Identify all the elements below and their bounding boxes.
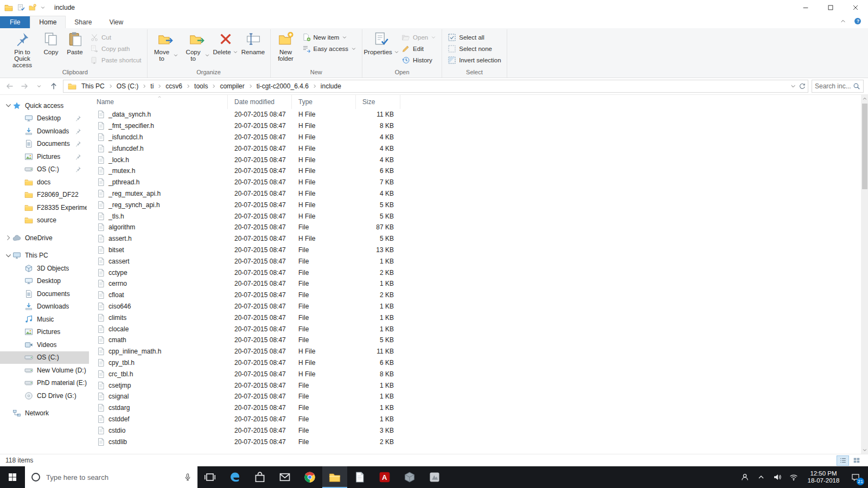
delete-button[interactable]: Delete [213, 29, 239, 68]
file-row-cstdarg[interactable]: cstdarg20-07-2015 08:47File1 KB [91, 402, 861, 414]
file-row-tls-h[interactable]: _tls.h20-07-2015 08:47H File5 KB [91, 210, 861, 222]
sidebar-item-source[interactable]: source [0, 214, 89, 227]
rename-button[interactable]: Rename [239, 29, 268, 68]
sidebar-item-os-c[interactable]: OS (C:) [0, 351, 89, 364]
taskbar-app-chrome[interactable] [297, 466, 322, 488]
tray-volume-button[interactable] [769, 466, 786, 488]
file-row-csignal[interactable]: csignal20-07-2015 08:47File1 KB [91, 391, 861, 402]
scroll-up-button[interactable] [861, 95, 868, 102]
taskbar-clock[interactable]: 12:50 PM 18-07-2018 [803, 470, 844, 484]
paste-shortcut-button[interactable]: Paste shortcut [87, 54, 145, 66]
tray-hidden-icons-button[interactable] [753, 466, 769, 488]
file-row-ciso646[interactable]: ciso64620-07-2015 08:47File1 KB [91, 301, 861, 312]
sidebar-item-downloads[interactable]: Downloads [0, 125, 89, 138]
qat-customize-chevron-icon[interactable] [40, 5, 46, 10]
file-row-assert-h[interactable]: assert.h20-07-2015 08:47H File5 KB [91, 233, 861, 245]
file-row-lock-h[interactable]: _lock.h20-07-2015 08:47H File4 KB [91, 154, 861, 165]
taskbar-app-file-explorer[interactable] [322, 466, 347, 488]
invert-selection-button[interactable]: Invert selection [444, 54, 504, 66]
refresh-icon[interactable] [799, 82, 806, 90]
file-row-cmath[interactable]: cmath20-07-2015 08:47File5 KB [91, 335, 861, 346]
maximize-button[interactable] [818, 0, 843, 15]
sidebar-item-os-c[interactable]: OS (C:) [0, 163, 89, 176]
address-field[interactable]: This PCOS (C:)ticcsv6toolscompilerti-cgt… [63, 80, 808, 93]
file-row-crc-tbl-h[interactable]: crc_tbl.h20-07-2015 08:47H File8 KB [91, 368, 861, 380]
tray-people-button[interactable] [737, 466, 753, 488]
sidebar-item-pictures[interactable]: Pictures [0, 150, 89, 163]
sidebar-item-f28069-df22[interactable]: F28069_DF22 [0, 189, 89, 202]
file-row-cstdlib[interactable]: cstdlib20-07-2015 08:47File2 KB [91, 436, 861, 447]
column-header-type[interactable]: Type [292, 95, 356, 109]
chevron-down-icon[interactable] [4, 252, 12, 259]
history-button[interactable]: History [398, 54, 439, 66]
taskbar-app-task-view[interactable] [197, 466, 222, 488]
qat-new-folder-icon[interactable] [29, 4, 36, 11]
tray-network-button[interactable] [786, 466, 802, 488]
sidebar-item-music[interactable]: Music [0, 313, 89, 326]
qat-properties-icon[interactable] [17, 4, 25, 11]
sidebar-item-cd-drive-g[interactable]: CD Drive (G:) [0, 389, 89, 402]
forward-button[interactable] [17, 80, 31, 93]
breadcrumb-item-ti[interactable]: ti [148, 82, 156, 90]
tab-share[interactable]: Share [66, 16, 100, 28]
taskbar-app-gray-app[interactable] [422, 466, 447, 488]
new-item-button[interactable]: New item [299, 31, 360, 43]
scrollbar-track[interactable] [861, 102, 868, 446]
file-row-cpp-inline-math-h[interactable]: cpp_inline_math.h20-07-2015 08:47H File1… [91, 346, 861, 357]
sidebar-item-docs[interactable]: docs [0, 176, 89, 189]
pin-to-quick-access-button[interactable]: Pin to Quick access [5, 29, 39, 68]
sidebar-item-onedrive[interactable]: OneDrive [0, 232, 89, 245]
file-row-cctype[interactable]: cctype20-07-2015 08:47File2 KB [91, 267, 861, 278]
sidebar-item-this-pc[interactable]: This PC [0, 249, 89, 262]
breadcrumb-item-ccsv6[interactable]: ccsv6 [163, 82, 185, 90]
properties-button[interactable]: Properties [365, 29, 398, 68]
new-folder-button[interactable]: New folder [273, 29, 299, 68]
file-row-reg-synch-api-h[interactable]: _reg_synch_api.h20-07-2015 08:47H File5 … [91, 199, 861, 210]
file-row-isfuncdef-h[interactable]: _isfuncdef.h20-07-2015 08:47H File4 KB [91, 143, 861, 154]
scroll-down-button[interactable] [861, 446, 868, 454]
minimize-button[interactable] [793, 0, 818, 15]
file-row-cassert[interactable]: cassert20-07-2015 08:47File1 KB [91, 255, 861, 267]
file-row-algorithm[interactable]: algorithm20-07-2015 08:47File87 KB [91, 222, 861, 233]
column-header-size[interactable]: Size [356, 95, 400, 109]
taskbar-app-acrobat[interactable]: A [372, 466, 397, 488]
file-row-cerrno[interactable]: cerrno20-07-2015 08:47File1 KB [91, 278, 861, 290]
address-dropdown-icon[interactable] [790, 83, 796, 89]
sidebar-item-documents[interactable]: Documents [0, 287, 89, 300]
select-none-button[interactable]: Select none [444, 43, 504, 54]
chevron-down-icon[interactable] [4, 102, 12, 110]
search-box[interactable] [812, 80, 864, 93]
scrollbar-thumb[interactable] [862, 104, 867, 189]
copy-to-button[interactable]: Copy to [181, 29, 213, 68]
file-row-fmt-specifier-h[interactable]: _fmt_specifier.h20-07-2015 08:47H File8 … [91, 120, 861, 132]
sidebar-item-3d-objects[interactable]: 3D Objects [0, 262, 89, 275]
search-input[interactable] [815, 82, 853, 90]
tab-file[interactable]: File [0, 16, 30, 28]
paste-button[interactable]: Paste [63, 29, 87, 68]
help-icon[interactable]: ? [854, 17, 861, 25]
sidebar-item-phd-material-e[interactable]: PhD material (E:) [0, 377, 89, 390]
sidebar-item-documents[interactable]: Documents [0, 138, 89, 151]
file-row-reg-mutex-api-h[interactable]: _reg_mutex_api.h20-07-2015 08:47H File4 … [91, 188, 861, 200]
select-all-button[interactable]: Select all [444, 31, 504, 43]
ribbon-collapse-icon[interactable] [840, 18, 846, 24]
breadcrumb-item-os-c[interactable]: OS (C:) [114, 82, 142, 90]
cut-button[interactable]: Cut [87, 31, 145, 43]
copy-path-button[interactable]: Copy path [87, 43, 145, 54]
sidebar-item-new-volume-d[interactable]: New Volume (D:) [0, 364, 89, 377]
breadcrumb-item-this-pc[interactable]: This PC [79, 82, 107, 90]
file-row-data-synch-h[interactable]: _data_synch.h20-07-2015 08:47H File11 KB [91, 109, 861, 120]
breadcrumb-item-tools[interactable]: tools [192, 82, 210, 90]
tab-view[interactable]: View [100, 16, 132, 28]
taskbar-app-edge[interactable] [222, 466, 247, 488]
breadcrumb-item-ti-cgt-c2000-6-4-6[interactable]: ti-cgt-c2000_6.4.6 [254, 82, 311, 90]
taskbar-search[interactable]: Type here to search [25, 466, 197, 488]
sidebar-item-desktop[interactable]: Desktop [0, 275, 89, 288]
file-row-clocale[interactable]: clocale20-07-2015 08:47File1 KB [91, 323, 861, 335]
start-button[interactable] [0, 466, 25, 488]
taskbar-app-document-app[interactable] [347, 466, 372, 488]
breadcrumb-item-include[interactable]: include [318, 82, 344, 90]
sidebar-item-downloads[interactable]: Downloads [0, 300, 89, 313]
file-row-pthread-h[interactable]: _pthread.h20-07-2015 08:47H File7 KB [91, 177, 861, 188]
taskbar-app-3d-app[interactable] [397, 466, 422, 488]
